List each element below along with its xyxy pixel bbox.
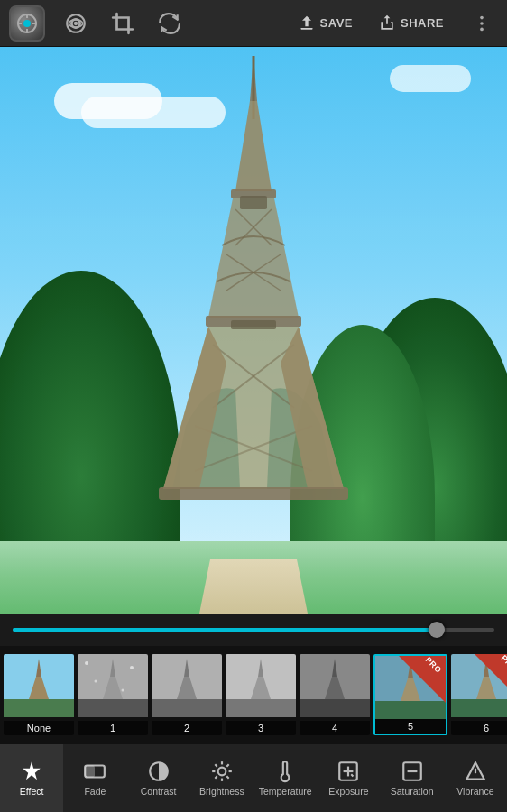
svg-marker-71 (23, 761, 41, 780)
rotate-icon[interactable] (153, 7, 186, 40)
tool-brightness[interactable]: Brightness (190, 744, 254, 812)
tool-saturation-label: Saturation (391, 786, 434, 797)
svg-rect-56 (300, 699, 370, 717)
svg-rect-60 (375, 701, 446, 719)
tool-exposure-label: Exposure (328, 786, 368, 797)
tool-contrast-label: Contrast (141, 786, 177, 797)
svg-point-45 (130, 666, 134, 669)
svg-point-43 (85, 661, 88, 665)
filter-5-label: 5 (375, 719, 446, 734)
filter-1[interactable]: 1 (78, 654, 148, 735)
svg-rect-73 (86, 766, 96, 778)
svg-point-12 (480, 15, 484, 19)
app-icon[interactable] (9, 5, 45, 42)
svg-rect-64 (451, 699, 507, 717)
tool-temperature-label: Temperature (259, 786, 312, 797)
filter-3[interactable]: 3 (226, 654, 296, 735)
top-toolbar: SAVE SHARE (0, 0, 507, 47)
save-button[interactable]: SAVE (298, 14, 353, 32)
svg-point-13 (480, 22, 484, 25)
tool-exposure[interactable]: Exposure (317, 744, 380, 812)
tool-fade-label: Fade (84, 786, 106, 797)
svg-point-14 (480, 27, 484, 31)
tool-brightness-label: Brightness (199, 786, 244, 797)
filter-5[interactable]: PRO 5 (373, 654, 447, 735)
filter-4-label: 4 (300, 721, 370, 735)
svg-rect-36 (4, 699, 74, 717)
tool-fade[interactable]: Fade (63, 744, 126, 812)
filter-3-label: 3 (226, 721, 296, 735)
svg-point-46 (122, 689, 124, 692)
filter-none-label: None (4, 721, 74, 735)
svg-rect-40 (78, 699, 148, 717)
color-grade-overlay (0, 47, 507, 614)
svg-rect-52 (226, 699, 296, 717)
bottom-toolbar: Effect Fade Contrast Brightness (0, 743, 507, 812)
svg-point-44 (95, 680, 97, 683)
filter-4[interactable]: 4 (300, 654, 370, 735)
filter-strip: None 1 2 3 (0, 646, 507, 743)
svg-point-10 (74, 21, 78, 24)
slider-fill (13, 628, 437, 632)
tool-temperature[interactable]: Temperature (254, 744, 317, 812)
tool-effect-label: Effect (20, 786, 44, 797)
svg-line-80 (215, 764, 217, 766)
share-button[interactable]: SHARE (378, 14, 444, 32)
filter-6-label: 6 (451, 721, 507, 735)
svg-line-81 (226, 776, 228, 778)
tool-saturation[interactable]: Saturation (381, 744, 444, 812)
svg-rect-48 (152, 699, 222, 717)
filter-none[interactable]: None (4, 654, 74, 735)
filter-2[interactable]: 2 (152, 654, 222, 735)
svg-line-87 (352, 774, 354, 776)
slider-track[interactable] (13, 628, 494, 632)
filter-1-label: 1 (78, 721, 148, 735)
crop-icon[interactable] (106, 7, 139, 40)
svg-line-82 (215, 776, 217, 778)
filter-2-label: 2 (152, 721, 222, 735)
settings-icon[interactable] (60, 7, 92, 40)
photo-canvas (0, 47, 507, 614)
adjustment-slider[interactable] (0, 614, 507, 646)
tool-vibrance[interactable]: Vibrance (444, 744, 507, 812)
svg-point-75 (218, 768, 226, 776)
slider-thumb[interactable] (429, 622, 445, 638)
tool-effect[interactable]: Effect (0, 744, 63, 812)
tool-vibrance-label: Vibrance (456, 786, 493, 797)
filter-6[interactable]: PRO 6 (451, 654, 507, 735)
svg-rect-11 (300, 28, 312, 30)
svg-line-83 (226, 764, 228, 766)
overflow-menu-icon[interactable] (466, 7, 498, 40)
svg-point-1 (23, 20, 31, 27)
tool-contrast[interactable]: Contrast (127, 744, 190, 812)
